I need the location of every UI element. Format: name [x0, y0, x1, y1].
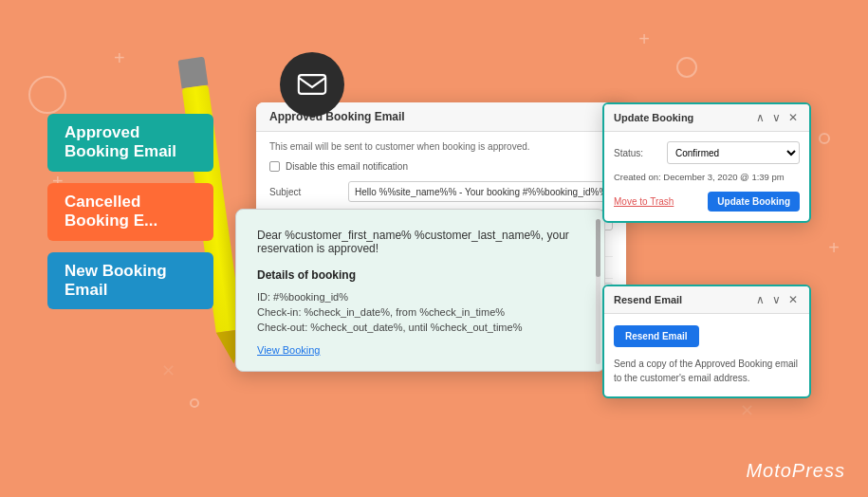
- decor-plus: +: [828, 237, 840, 259]
- decor-plus: +: [114, 47, 125, 69]
- motopress-logo: MotoPress: [746, 460, 845, 482]
- preview-scrollbar-thumb: [596, 219, 600, 277]
- preview-section-title: Details of booking: [257, 268, 583, 282]
- collapse-up-btn[interactable]: ∧: [754, 111, 766, 124]
- decor-x: ✕: [740, 400, 754, 421]
- main-panel-title: Approved Booking Email: [269, 110, 405, 123]
- resend-email-panel: Resend Email ∧ ∨ ✕ Resend Email Send a c…: [602, 285, 811, 398]
- decor-plus: +: [638, 28, 650, 50]
- resend-collapse-down-btn[interactable]: ∨: [770, 293, 783, 306]
- collapse-down-btn[interactable]: ∨: [770, 111, 783, 124]
- subject-row: Subject: [269, 181, 613, 202]
- resend-panel-header: Resend Email ∧ ∨ ✕: [604, 286, 809, 314]
- disable-checkbox[interactable]: [269, 161, 280, 172]
- update-actions: Move to Trash Update Booking: [614, 192, 800, 212]
- pen-cap: [177, 57, 208, 89]
- resend-panel-body: Resend Email Send a copy of the Approved…: [604, 314, 809, 396]
- disable-label: Disable this email notification: [286, 161, 408, 172]
- decor-circle: [819, 133, 830, 144]
- new-booking-label: New Booking Email: [47, 252, 213, 310]
- email-preview-panel: Dear %customer_first_name% %customer_las…: [235, 209, 605, 372]
- decor-circle: [28, 76, 66, 114]
- subject-input[interactable]: [348, 181, 613, 202]
- email-type-labels: Approved Booking Email Cancelled Booking…: [47, 114, 213, 309]
- view-booking-link[interactable]: View Booking: [257, 344, 583, 356]
- status-label: Status:: [614, 148, 661, 158]
- decor-x: ✕: [161, 360, 175, 381]
- resend-collapse-up-btn[interactable]: ∧: [754, 293, 766, 306]
- preview-id: ID: #%booking_id%: [257, 291, 583, 303]
- status-select[interactable]: Confirmed: [667, 141, 800, 164]
- update-panel-header: Update Booking ∧ ∨ ✕: [604, 104, 809, 132]
- email-icon: [296, 68, 328, 101]
- resend-close-btn[interactable]: ✕: [786, 293, 800, 306]
- update-panel-title: Update Booking: [614, 112, 693, 123]
- decor-circle: [190, 398, 199, 408]
- update-panel-body: Status: Confirmed Created on: December 3…: [604, 132, 809, 221]
- subject-label: Subject: [269, 187, 341, 197]
- status-row: Status: Confirmed: [614, 141, 800, 164]
- move-to-trash-link[interactable]: Move to Trash: [614, 196, 674, 207]
- approved-booking-label: Approved Booking Email: [47, 114, 213, 172]
- preview-greeting: Dear %customer_first_name% %customer_las…: [257, 229, 583, 255]
- update-booking-panel: Update Booking ∧ ∨ ✕ Status: Confirmed C…: [602, 102, 811, 223]
- svg-rect-0: [299, 75, 325, 94]
- update-booking-button[interactable]: Update Booking: [708, 192, 800, 212]
- preview-checkout: Check-out: %check_out_date%, until %chec…: [257, 322, 583, 333]
- resend-panel-title: Resend Email: [614, 294, 682, 305]
- disable-notification-row: Disable this email notification: [269, 161, 613, 172]
- created-date: Created on: December 3, 2020 @ 1:39 pm: [614, 172, 800, 182]
- close-panel-btn[interactable]: ✕: [786, 111, 800, 124]
- cancelled-booking-label: Cancelled Booking E...: [47, 183, 213, 241]
- resend-email-button[interactable]: Resend Email: [614, 325, 699, 347]
- resend-description: Send a copy of the Approved Booking emai…: [614, 357, 800, 385]
- preview-scrollbar[interactable]: [596, 219, 600, 364]
- email-icon-circle: [280, 52, 344, 117]
- panel-description: This email will be sent to customer when…: [269, 141, 613, 152]
- decor-circle: [676, 57, 697, 78]
- resend-panel-controls: ∧ ∨ ✕: [754, 293, 800, 306]
- preview-checkin: Check-in: %check_in_date%, from %check_i…: [257, 306, 583, 318]
- update-panel-controls: ∧ ∨ ✕: [754, 111, 800, 124]
